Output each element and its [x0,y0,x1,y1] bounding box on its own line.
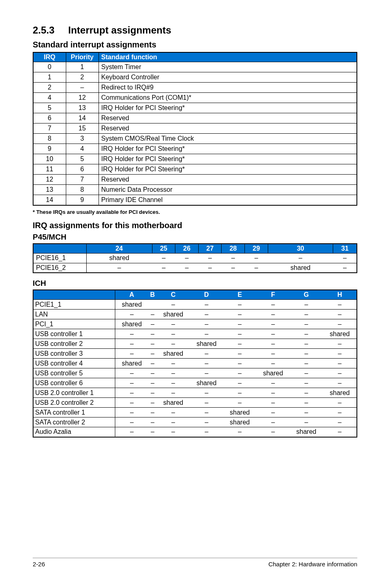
cell: – [175,253,199,263]
cell: – [115,329,148,339]
cell: – [115,368,148,378]
cell: shared [323,388,357,398]
cell: – [157,417,190,427]
section-heading: 2.5.3 Interrupt assignments [33,25,357,36]
cell: – [190,368,223,378]
row-label: USB 2.0 controller 2 [33,398,115,408]
cell-irq: 8 [33,134,66,144]
cell: – [323,408,357,417]
cell: – [323,349,357,359]
cell-irq: 14 [33,195,66,205]
cell-irq: 5 [33,103,66,113]
table-header: D [190,290,223,300]
cell-irq: 6 [33,113,66,123]
cell-function: System Timer [99,62,357,72]
table-row: PCIE16_2––––––shared– [33,263,357,273]
cell: – [148,417,157,427]
cell-priority: 14 [66,113,99,123]
cell: – [223,339,256,349]
cell: – [148,339,157,349]
cell-irq: 2 [33,83,66,93]
cell: – [198,253,222,263]
cell-function: Numeric Data Processor [99,185,357,195]
cell: – [86,263,152,273]
cell: – [190,329,223,339]
cell: shared [115,300,148,310]
cell: – [190,319,223,329]
cell: – [333,263,357,273]
row-label: SATA controller 1 [33,408,115,417]
cell: – [268,253,333,263]
cell-function: Reserved [99,123,357,134]
table-header: 26 [175,244,199,254]
section-title: Interrupt assignments [68,25,171,36]
table-row: USB controller 3––shared––––– [33,349,357,359]
cell: – [223,368,256,378]
cell: – [290,339,323,349]
cell-function: Primary IDE Channel [99,195,357,205]
table-header: 31 [333,244,357,254]
cell-function: IRQ Holder for PCI Steering* [99,164,357,175]
table-header: C [157,290,190,300]
cell: – [256,300,289,310]
table-row: 105IRQ Holder for PCI Steering* [33,154,357,164]
table-header: 24 [86,244,152,254]
cell: – [148,349,157,359]
cell: – [323,417,357,427]
cell-irq: 4 [33,93,66,103]
cell-irq: 11 [33,164,66,175]
cell-priority: 6 [66,164,99,175]
cell: – [223,349,256,359]
cell: – [323,339,357,349]
cell: shared [157,310,190,319]
cell: – [290,398,323,408]
cell: shared [86,253,152,263]
cell: – [290,417,323,427]
table-row: 94IRQ Holder for PCI Steering* [33,144,357,154]
cell-priority: 3 [66,134,99,144]
cell: – [148,368,157,378]
table-row: USB controller 2–––shared–––– [33,339,357,349]
table-row: USB controller 5–––––shared–– [33,368,357,378]
cell: shared [223,408,256,417]
page-footer: 2-26 Chapter 2: Hardware information [33,558,357,568]
cell-priority: 2 [66,72,99,83]
table-row: 614Reserved [33,113,357,123]
table-row: USB controller 4shared––––––– [33,359,357,368]
cell: – [245,263,268,273]
table-row: 149Primary IDE Channel [33,195,357,205]
table-header [33,290,115,300]
cell: shared [256,368,289,378]
cell: – [115,310,148,319]
cell: – [323,398,357,408]
cell: – [323,310,357,319]
cell: – [323,378,357,388]
ich-table: ABCDEFGH PCIE1_1shared––––––LAN––shared–… [33,290,357,438]
table-row: 83System CMOS/Real Time Clock [33,134,357,144]
cell: shared [157,349,190,359]
cell: – [148,427,157,437]
cell: – [223,398,256,408]
cell: – [157,300,190,310]
table-header [33,244,86,254]
cell: – [148,398,157,408]
cell: – [290,310,323,319]
row-label: USB controller 6 [33,378,115,388]
cell: – [223,319,256,329]
cell: shared [115,359,148,368]
cell: – [157,319,190,329]
cell: – [223,359,256,368]
cell: – [152,253,175,263]
cell: shared [223,417,256,427]
table-header: 27 [198,244,222,254]
cell-priority: 9 [66,195,99,205]
row-label: USB controller 4 [33,359,115,368]
cell: – [115,388,148,398]
table-header: IRQ [33,52,66,62]
cell: – [157,408,190,417]
cell: – [256,359,289,368]
row-label: PCI_1 [33,319,115,329]
cell-irq: 12 [33,175,66,185]
cell: – [148,329,157,339]
cell: – [190,349,223,359]
